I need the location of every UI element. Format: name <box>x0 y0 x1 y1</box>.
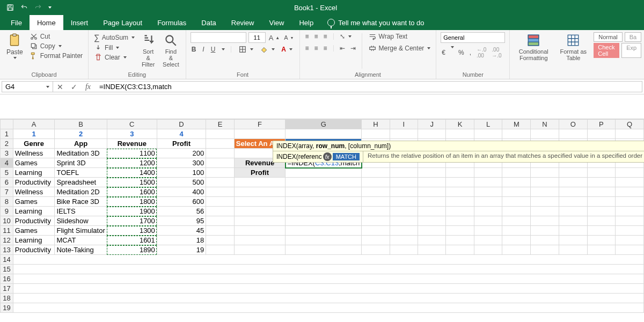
cell-profit[interactable]: 100 <box>157 168 206 178</box>
select-all-corner[interactable] <box>1 120 13 129</box>
cell-revenue[interactable]: 1400 <box>107 168 157 178</box>
cell-revenue[interactable]: 1700 <box>107 216 157 226</box>
cell-profit[interactable]: 600 <box>157 197 206 207</box>
align-top-icon[interactable]: ≡ <box>304 32 310 41</box>
align-center-icon[interactable]: ≡ <box>313 44 319 53</box>
orientation-icon[interactable]: ⤡ <box>339 32 353 41</box>
cell-revenue[interactable]: 1200 <box>107 158 157 168</box>
cell-genre[interactable]: Learning <box>13 236 55 245</box>
bold-button[interactable]: B <box>191 45 197 54</box>
tab-insert[interactable]: Insert <box>63 15 96 30</box>
align-right-icon[interactable]: ≡ <box>323 44 328 53</box>
worksheet-grid[interactable]: AB CD EF G HIJKLMNOPQ 1 1 2 3 4 2 Genre … <box>0 119 644 313</box>
cell-revenue[interactable]: 1890 <box>107 245 157 255</box>
cell-genre[interactable]: Productivity <box>13 216 55 226</box>
enter-edit-button[interactable]: ✓ <box>67 81 81 92</box>
fill-color-button[interactable] <box>259 45 276 54</box>
chevron-down-icon[interactable] <box>46 86 49 88</box>
cell-genre[interactable]: Learning <box>13 207 55 216</box>
cell-app[interactable]: Meditation 2D <box>55 187 107 197</box>
cell-app[interactable]: Spreadsheet <box>55 178 107 187</box>
indent-decrease-icon[interactable]: ⇤ <box>339 44 346 53</box>
font-color-button[interactable]: A <box>280 45 294 54</box>
paste-button[interactable]: Paste <box>4 32 25 60</box>
cell-revenue[interactable]: 1600 <box>107 187 157 197</box>
font-name-combo[interactable] <box>191 32 246 43</box>
match-suggestion-chip[interactable]: MATCH <box>333 153 360 160</box>
cell-genre[interactable]: Productivity <box>13 245 55 255</box>
tab-home[interactable]: Home <box>30 15 63 30</box>
cell-genre[interactable]: Wellness <box>13 149 55 158</box>
cell-app[interactable]: Bike Race 3D <box>55 197 107 207</box>
redo-icon[interactable] <box>33 3 43 12</box>
cell-revenue[interactable]: 1500 <box>107 178 157 187</box>
cell-genre[interactable]: Games <box>13 197 55 207</box>
cell-revenue[interactable]: 1300 <box>107 226 157 236</box>
cell-profit[interactable]: 300 <box>157 158 206 168</box>
align-middle-icon[interactable]: ≡ <box>313 32 319 41</box>
italic-button[interactable]: I <box>201 45 205 54</box>
conditional-formatting-button[interactable]: Conditional Formatting <box>514 32 553 62</box>
cell-profit[interactable]: 56 <box>157 207 206 216</box>
col-header-D[interactable]: D <box>157 120 206 129</box>
cell-app[interactable]: MCAT <box>55 236 107 245</box>
increase-decimal-icon[interactable]: ←.0.00 <box>475 46 487 59</box>
formula-bar-input[interactable] <box>95 81 642 92</box>
merge-center-button[interactable]: Merge & Center <box>367 44 432 53</box>
format-painter-button[interactable]: Format Painter <box>28 52 84 60</box>
autosum-button[interactable]: ∑AutoSum <box>93 32 136 42</box>
cell-style-normal[interactable]: Normal <box>594 32 622 42</box>
align-left-icon[interactable]: ≡ <box>304 44 310 53</box>
decrease-font-icon[interactable]: A▼ <box>283 32 295 43</box>
fill-button[interactable]: Fill <box>93 43 136 52</box>
format-as-table-button[interactable]: Format as Table <box>556 32 590 62</box>
col-header-E[interactable]: E <box>206 120 235 129</box>
col-header-F[interactable]: F <box>234 120 286 129</box>
insert-function-button[interactable]: fx <box>81 81 95 92</box>
cell-genre[interactable]: Productivity <box>13 178 55 187</box>
profit-label-cell[interactable]: Profit <box>234 168 286 178</box>
cancel-edit-button[interactable]: ✕ <box>53 81 67 92</box>
cell-app[interactable]: Flight Simulator <box>55 226 107 236</box>
col-header-A[interactable]: A <box>13 120 55 129</box>
cell-profit[interactable]: 18 <box>157 236 206 245</box>
tab-file[interactable]: File <box>3 15 30 30</box>
percent-button[interactable]: % <box>457 46 465 59</box>
tab-view[interactable]: View <box>261 15 291 30</box>
cell-revenue[interactable]: 1800 <box>107 197 157 207</box>
cell-revenue[interactable]: 1100 <box>107 149 157 158</box>
cell-profit[interactable]: 45 <box>157 226 206 236</box>
cell-profit[interactable]: 200 <box>157 149 206 158</box>
sort-filter-button[interactable]: Sort & Filter <box>139 32 157 69</box>
cell-profit[interactable]: 19 <box>157 245 206 255</box>
tab-formulas[interactable]: Formulas <box>150 15 194 30</box>
cell-style-bad[interactable]: Ba <box>625 32 641 42</box>
col-header-B[interactable]: B <box>55 120 107 129</box>
cell-app[interactable]: Sprint 3D <box>55 158 107 168</box>
cell-profit[interactable]: 500 <box>157 178 206 187</box>
copy-button[interactable]: Copy <box>28 42 84 50</box>
borders-button[interactable] <box>237 45 254 54</box>
increase-font-icon[interactable]: A▲ <box>268 32 281 43</box>
cell-revenue[interactable]: 1900 <box>107 207 157 216</box>
cell-profit[interactable]: 95 <box>157 216 206 226</box>
currency-button[interactable]: € <box>441 46 447 59</box>
font-size-combo[interactable] <box>248 32 266 43</box>
tab-review[interactable]: Review <box>224 15 262 30</box>
clear-button[interactable]: Clear <box>93 53 136 62</box>
comma-button[interactable]: , <box>469 46 472 59</box>
cell-profit[interactable]: 400 <box>157 187 206 197</box>
cell-genre[interactable]: Learning <box>13 168 55 178</box>
cell-app[interactable]: Slideshow <box>55 216 107 226</box>
tab-page-layout[interactable]: Page Layout <box>96 15 150 30</box>
find-select-button[interactable]: Find & Select <box>160 32 181 69</box>
decrease-decimal-icon[interactable]: .00→.0 <box>491 46 502 59</box>
indent-increase-icon[interactable]: ⇥ <box>349 44 357 53</box>
cell-app[interactable]: TOEFL <box>55 168 107 178</box>
cell-style-explanatory[interactable]: Exp <box>621 43 641 58</box>
wrap-text-button[interactable]: Wrap Text <box>367 32 432 41</box>
cut-button[interactable]: Cut <box>28 32 84 41</box>
col-header-C[interactable]: C <box>107 120 157 129</box>
tab-help[interactable]: Help <box>291 15 321 30</box>
undo-icon[interactable] <box>19 3 29 12</box>
